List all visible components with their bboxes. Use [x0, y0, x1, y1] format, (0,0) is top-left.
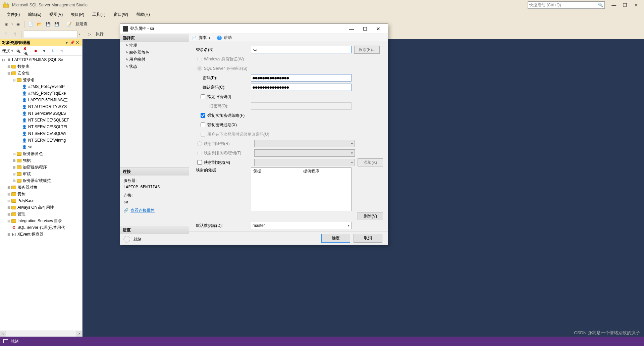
connect-icon[interactable]: 🔌 — [14, 47, 22, 55]
tree-agent[interactable]: ⚙SQL Server 代理(已禁用代 — [0, 224, 82, 231]
tree-login-1[interactable]: ##MS_PolicyTsqlExe — [0, 90, 82, 97]
close-pane-icon[interactable]: ✕ — [75, 40, 80, 45]
tree-xevent[interactable]: ⊞◱XEvent 探查器 — [0, 231, 82, 238]
spinner-icon — [123, 236, 130, 243]
tree-login-9[interactable]: sa — [0, 144, 82, 150]
scroll-right-icon[interactable]: › — [76, 331, 82, 337]
connection-value: sa — [123, 199, 185, 205]
dropdown-icon[interactable]: ▾ — [64, 40, 69, 45]
tree-intsvc[interactable]: ⊞Integration Services 目录 — [0, 217, 82, 224]
menu-view[interactable]: 视图(V) — [46, 11, 66, 18]
tree-credentials[interactable]: ⊞凭据 — [0, 157, 82, 164]
newquery-icon[interactable]: 📝 — [65, 20, 73, 28]
select-page-header: 选择页 — [120, 34, 189, 42]
page-general[interactable]: 常规 — [120, 42, 189, 49]
oldpwd-checkbox[interactable] — [201, 94, 205, 99]
save-icon[interactable]: 💾 — [44, 20, 52, 28]
view-connection-link[interactable]: 查看连接属性 — [130, 207, 155, 214]
newquery-button[interactable]: 新建查 — [74, 21, 89, 27]
page-serverroles[interactable]: 服务器角色 — [120, 49, 189, 56]
login-name-input[interactable] — [251, 46, 352, 53]
open-icon[interactable]: 📂 — [36, 20, 43, 28]
refresh-icon[interactable]: ↻ — [49, 47, 57, 55]
sqlauth-radio — [197, 66, 202, 71]
script-button[interactable]: 脚本 — [199, 35, 207, 41]
tree-server-roles[interactable]: ⊞服务器角色 — [0, 150, 82, 157]
save-all-icon[interactable]: 💾 — [53, 20, 60, 28]
page-status[interactable]: 状态 — [120, 63, 189, 70]
connect-label[interactable]: 连接 — [2, 48, 10, 54]
password-input[interactable] — [251, 74, 352, 82]
oldpwd-label: 旧密码(O): — [194, 103, 251, 109]
ok-button[interactable]: 确定 — [321, 234, 350, 243]
search-icon: 🔍 — [598, 3, 603, 7]
menu-help[interactable]: 帮助(H) — [133, 11, 153, 18]
dialog-title: 登录属性 - sa — [130, 26, 345, 32]
tree-login-6[interactable]: NT SERVICE\SQLTEL — [0, 123, 82, 130]
tree-server-objects[interactable]: ⊞服务器对象 — [0, 184, 82, 191]
tree-login-4[interactable]: NT Service\MSSQLS — [0, 110, 82, 117]
menu-window[interactable]: 窗口(W) — [110, 11, 131, 18]
map-cred-label: 映射到凭据(M) — [204, 160, 254, 165]
disconnect-icon[interactable]: ✖🔌 — [23, 47, 31, 55]
stop-icon[interactable]: ■ — [32, 47, 39, 55]
tree-login-0[interactable]: ##MS_PolicyEventP — [0, 83, 82, 90]
tree-audit[interactable]: ⊞审核 — [0, 170, 82, 177]
enforce-expire-label: 强制密码过期(X) — [207, 122, 237, 128]
tree-security[interactable]: ⊟安全性 — [0, 70, 82, 77]
maximize-button[interactable]: ❐ — [620, 2, 630, 8]
menu-file[interactable]: 文件(F) — [3, 11, 23, 18]
dialog-right-panel: 脚本 ▾ ? 帮助 登录名(N): 搜索(E)... Windows 身份验证(… — [189, 34, 388, 245]
enforce-expire-checkbox[interactable] — [201, 122, 205, 127]
filter-icon[interactable]: ▼ — [41, 47, 48, 55]
tree-management[interactable]: ⊞管理 — [0, 211, 82, 217]
tree-server-root[interactable]: ⊟LAPTOP-6PNJIIAS (SQL Se — [0, 56, 82, 63]
tree-alwayson[interactable]: ⊞Always On 高可用性 — [0, 204, 82, 211]
database-combo[interactable] — [24, 31, 77, 38]
mapped-cred-label: 映射的凭据 — [194, 167, 251, 173]
indent-icon[interactable]: ¶ — [3, 31, 10, 38]
oldpwd-input — [251, 102, 352, 110]
quicklaunch-input[interactable]: 快速启动 (Ctrl+Q) 🔍 — [528, 1, 605, 9]
close-button[interactable]: ✕ — [631, 2, 641, 8]
menu-project[interactable]: 项目(P) — [67, 11, 88, 18]
map-cred-checkbox[interactable] — [197, 160, 202, 165]
execute-button[interactable]: 执行 — [94, 31, 105, 37]
page-usermapping[interactable]: 用户映射 — [120, 56, 189, 63]
tree-login-7[interactable]: NT SERVICE\SQLWr — [0, 130, 82, 137]
cred-grid[interactable]: 凭据 提供程序 — [251, 167, 352, 211]
menu-edit[interactable]: 编辑(E) — [24, 11, 45, 18]
confirm-input[interactable] — [251, 84, 352, 91]
tree-replication[interactable]: ⊞复制 — [0, 191, 82, 197]
minimize-button[interactable]: — — [609, 2, 619, 8]
enforce-policy-checkbox[interactable] — [201, 113, 205, 118]
tree-logins[interactable]: ⊟登录名 — [0, 77, 82, 83]
tree-server-audit[interactable]: ⊞服务器审核规范 — [0, 177, 82, 184]
tree-login-8[interactable]: NT SERVICE\Winmg — [0, 137, 82, 144]
nav-fwd-icon[interactable]: ◉ — [14, 20, 22, 28]
cancel-button[interactable]: 取消 — [354, 234, 382, 243]
tree-databases[interactable]: ⊞数据库 — [0, 63, 82, 70]
execute-icon[interactable]: ▷ — [86, 31, 93, 38]
tree-login-3[interactable]: NT AUTHORITY\SYS — [0, 103, 82, 110]
outdent-icon[interactable]: ¶ — [11, 31, 19, 38]
new-icon[interactable]: 📄 — [27, 20, 34, 28]
pin-icon[interactable]: 📌 — [69, 40, 75, 45]
dialog-close-button[interactable]: ✕ — [372, 26, 385, 32]
activity-icon[interactable]: ⤳ — [58, 47, 65, 55]
dialog-maximize-button[interactable]: ☐ — [358, 26, 372, 32]
remove-button[interactable]: 删除(V) — [358, 212, 383, 220]
tree-polybase[interactable]: ⊞PolyBase — [0, 197, 82, 204]
help-button[interactable]: 帮助 — [224, 35, 232, 41]
tree-login-2[interactable]: LAPTOP-6PNJIIAS\三 — [0, 97, 82, 103]
tree-login-5[interactable]: NT SERVICE\SQLSEF — [0, 117, 82, 123]
dialog-titlebar: 登录属性 - sa — ☐ ✕ — [120, 24, 388, 34]
dialog-minimize-button[interactable]: — — [345, 26, 358, 32]
default-db-combo[interactable]: master — [251, 222, 352, 229]
objexp-hscroll[interactable]: ‹ › — [0, 331, 82, 337]
objexp-tree[interactable]: ⊟LAPTOP-6PNJIIAS (SQL Se⊞数据库⊟安全性⊟登录名 ##M… — [0, 56, 82, 331]
tree-crypto[interactable]: ⊞加密提供程序 — [0, 164, 82, 170]
nav-back-icon[interactable]: ◉ — [3, 20, 10, 28]
scroll-left-icon[interactable]: ‹ — [0, 331, 6, 337]
menu-tools[interactable]: 工具(T) — [89, 11, 109, 18]
